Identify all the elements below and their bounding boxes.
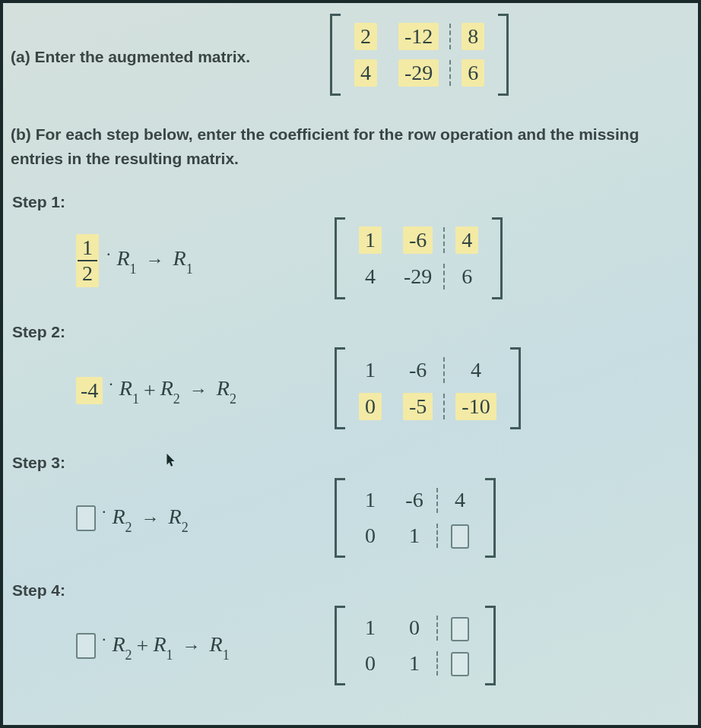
matrix-cell: 1 bbox=[392, 519, 436, 552]
matrix-cell[interactable]: -10 bbox=[445, 388, 506, 425]
step-2-label: Step 2: bbox=[12, 323, 684, 341]
matrix-cell: 1 bbox=[348, 611, 392, 644]
step-1-row: 1 2 · R1 → R1 1 -6 4 4 -29 bbox=[8, 217, 684, 303]
arrow-icon: → bbox=[137, 508, 164, 529]
part-a-label: (a) Enter the augmented matrix. bbox=[8, 48, 330, 66]
matrix-cell: 1 bbox=[348, 353, 392, 387]
matrix-cell[interactable]: -6 bbox=[392, 222, 443, 258]
part-b-label: (b) For each step below, enter the coeff… bbox=[11, 122, 684, 170]
matrix-cell: 0 bbox=[392, 611, 436, 644]
step-4-operation: · R2 + R1 → R1 bbox=[8, 632, 335, 663]
step-1-label: Step 1: bbox=[12, 193, 684, 211]
matrix-cell: 0 bbox=[348, 519, 392, 552]
matrix-cell: 0 bbox=[348, 647, 392, 680]
matrix-cell: 4 bbox=[348, 260, 392, 293]
step-4-matrix: 1 0 0 1 bbox=[335, 606, 496, 689]
matrix-cell[interactable]: 2 bbox=[344, 18, 388, 55]
matrix-cell[interactable]: -12 bbox=[388, 18, 449, 55]
matrix-cell: 1 bbox=[392, 647, 436, 680]
matrix-cell[interactable]: 6 bbox=[451, 55, 495, 91]
matrix-cell: 4 bbox=[445, 353, 506, 387]
step-2-operation: -4 · R1 + R2 → R2 bbox=[8, 376, 335, 404]
coefficient-input[interactable]: -4 bbox=[76, 377, 103, 404]
matrix-cell: 1 bbox=[348, 483, 392, 517]
arrow-icon: → bbox=[178, 636, 205, 657]
step-4-row: · R2 + R1 → R1 1 0 0 1 bbox=[8, 606, 684, 689]
matrix-cell: 6 bbox=[445, 260, 489, 293]
step-3-matrix: 1 -6 4 0 1 bbox=[335, 478, 496, 562]
step-2-matrix: 1 -6 4 0 -5 -10 bbox=[335, 347, 521, 433]
matrix-cell: 4 bbox=[438, 483, 482, 517]
arrow-icon: → bbox=[141, 250, 169, 271]
matrix-cell[interactable]: 0 bbox=[348, 388, 392, 425]
matrix-cell[interactable] bbox=[438, 518, 482, 554]
coefficient-input[interactable]: 1 2 bbox=[76, 234, 99, 287]
matrix-cell[interactable]: 4 bbox=[445, 222, 489, 258]
page-content: (a) Enter the augmented matrix. 2 -12 8 … bbox=[3, 3, 698, 697]
coefficient-input[interactable] bbox=[76, 633, 96, 659]
augmented-matrix-a: 2 -12 8 4 -29 6 bbox=[330, 14, 509, 96]
matrix-cell[interactable]: -5 bbox=[392, 388, 443, 425]
matrix-cell: -6 bbox=[392, 483, 436, 517]
step-3-label: Step 3: bbox=[12, 453, 684, 472]
aug-divider bbox=[449, 55, 451, 91]
matrix-cell[interactable]: 1 bbox=[348, 222, 392, 258]
matrix-cell[interactable]: 8 bbox=[451, 18, 495, 55]
step-3-operation: · R2 → R2 bbox=[8, 505, 335, 535]
step-2-row: -4 · R1 + R2 → R2 1 -6 4 0 -5 bbox=[8, 347, 684, 433]
part-a-matrix: 2 -12 8 4 -29 6 bbox=[330, 14, 509, 100]
step-4-label: Step 4: bbox=[12, 581, 684, 600]
aug-divider bbox=[449, 18, 451, 55]
matrix-cell[interactable] bbox=[438, 646, 482, 682]
step-1-matrix: 1 -6 4 4 -29 6 bbox=[335, 217, 503, 303]
arrow-icon: → bbox=[185, 380, 212, 400]
step-1-operation: 1 2 · R1 → R1 bbox=[8, 234, 335, 287]
cursor-icon bbox=[166, 453, 176, 468]
matrix-cell: -29 bbox=[392, 260, 443, 293]
part-a-row: (a) Enter the augmented matrix. 2 -12 8 … bbox=[8, 14, 684, 100]
matrix-cell[interactable]: 4 bbox=[344, 55, 388, 91]
coefficient-input[interactable] bbox=[76, 505, 96, 531]
step-3-row: · R2 → R2 1 -6 4 0 1 bbox=[8, 478, 684, 562]
matrix-cell[interactable] bbox=[438, 610, 482, 646]
matrix-cell[interactable]: -29 bbox=[388, 55, 449, 91]
matrix-cell: -6 bbox=[392, 353, 443, 387]
